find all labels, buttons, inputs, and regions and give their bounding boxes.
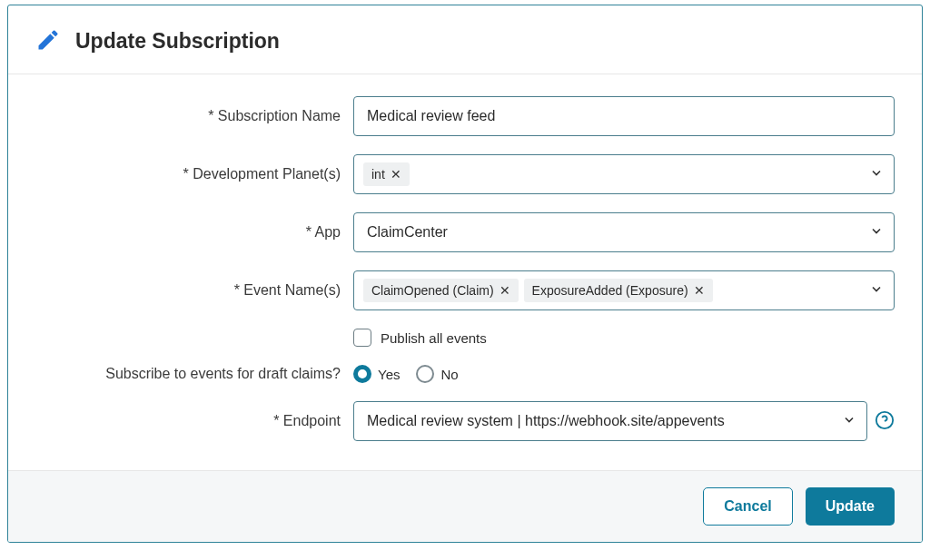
modal-footer: Cancel Update [8,470,922,542]
draft-claims-yes-radio[interactable]: Yes [353,365,400,383]
endpoint-label: * Endpoint [35,413,341,429]
update-button[interactable]: Update [806,487,895,526]
app-value: ClaimCenter [363,224,448,241]
publish-all-checkbox-wrap[interactable]: Publish all events [353,329,487,347]
event-names-select[interactable]: ClaimOpened (Claim) ✕ ExposureAdded (Exp… [353,270,895,310]
pencil-icon [35,27,61,55]
development-planets-row: * Development Planet(s) int ✕ [35,154,895,194]
event-names-row: * Event Name(s) ClaimOpened (Claim) ✕ Ex… [35,270,895,310]
draft-claims-label: Subscribe to events for draft claims? [35,366,341,382]
development-planets-label: * Development Planet(s) [35,166,341,182]
subscription-name-row: * Subscription Name [35,96,895,136]
endpoint-value: Medical review system | https://webhook.… [363,413,725,429]
chip-label: int [371,167,385,182]
event-chip: ExposureAdded (Exposure) ✕ [524,279,713,302]
modal-header: Update Subscription [8,5,922,74]
radio-icon [416,365,434,383]
event-names-label: * Event Name(s) [35,282,341,299]
chip-label: ExposureAdded (Exposure) [532,283,688,298]
development-planets-select[interactable]: int ✕ [353,154,895,194]
draft-claims-row: Subscribe to events for draft claims? Ye… [35,365,895,383]
radio-label: Yes [378,367,400,382]
subscription-name-input[interactable] [353,96,895,136]
app-row: * App ClaimCenter [35,212,895,252]
help-icon[interactable] [875,410,895,433]
draft-claims-no-radio[interactable]: No [416,365,458,383]
chip-remove-icon[interactable]: ✕ [694,284,705,297]
chip-remove-icon[interactable]: ✕ [500,284,510,297]
modal-body: * Subscription Name * Development Planet… [8,74,922,470]
event-chip: ClaimOpened (Claim) ✕ [363,279,519,302]
publish-all-label: Publish all events [381,330,487,346]
publish-all-row: Publish all events [35,329,895,347]
endpoint-select[interactable]: Medical review system | https://webhook.… [353,401,867,441]
app-select[interactable]: ClaimCenter [353,212,895,252]
radio-icon [353,365,371,383]
subscription-name-label: * Subscription Name [35,108,341,124]
chip-remove-icon[interactable]: ✕ [391,168,401,181]
radio-label: No [440,367,458,382]
chip-label: ClaimOpened (Claim) [371,283,494,298]
planet-chip: int ✕ [363,162,410,186]
draft-claims-radio-group: Yes No [353,365,459,383]
update-subscription-modal: Update Subscription * Subscription Name … [7,5,923,543]
cancel-button[interactable]: Cancel [703,487,792,526]
modal-title: Update Subscription [75,29,280,54]
endpoint-row: * Endpoint Medical review system | https… [35,401,895,441]
publish-all-checkbox[interactable] [353,329,371,347]
app-label: * App [35,224,341,241]
